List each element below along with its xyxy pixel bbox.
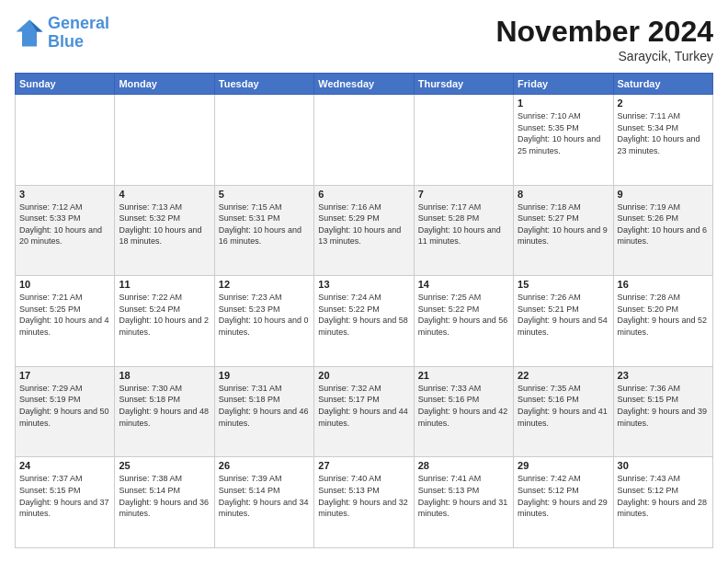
calendar-cell: 4Sunrise: 7:13 AM Sunset: 5:32 PM Daylig… xyxy=(115,185,214,276)
day-number: 3 xyxy=(19,189,110,200)
calendar-cell: 10Sunrise: 7:21 AM Sunset: 5:25 PM Dayli… xyxy=(16,276,115,367)
calendar-cell: 22Sunrise: 7:35 AM Sunset: 5:16 PM Dayli… xyxy=(514,366,613,457)
day-number: 30 xyxy=(618,460,709,471)
calendar-cell: 8Sunrise: 7:18 AM Sunset: 5:27 PM Daylig… xyxy=(514,185,613,276)
calendar-cell: 11Sunrise: 7:22 AM Sunset: 5:24 PM Dayli… xyxy=(115,276,214,367)
calendar-cell xyxy=(16,95,115,186)
day-info: Sunrise: 7:35 AM Sunset: 5:16 PM Dayligh… xyxy=(518,383,609,429)
logo-line1: General xyxy=(48,14,109,32)
header-row: SundayMondayTuesdayWednesdayThursdayFrid… xyxy=(16,74,713,95)
calendar-week: 17Sunrise: 7:29 AM Sunset: 5:19 PM Dayli… xyxy=(16,366,713,457)
calendar-cell: 16Sunrise: 7:28 AM Sunset: 5:20 PM Dayli… xyxy=(613,276,712,367)
day-info: Sunrise: 7:42 AM Sunset: 5:12 PM Dayligh… xyxy=(518,473,609,519)
calendar-cell: 18Sunrise: 7:30 AM Sunset: 5:18 PM Dayli… xyxy=(115,366,214,457)
day-info: Sunrise: 7:32 AM Sunset: 5:17 PM Dayligh… xyxy=(318,383,409,429)
logo-icon xyxy=(15,18,44,48)
logo: General Blue xyxy=(15,15,109,52)
day-number: 15 xyxy=(518,279,609,290)
calendar-cell: 28Sunrise: 7:41 AM Sunset: 5:13 PM Dayli… xyxy=(414,457,513,548)
day-info: Sunrise: 7:28 AM Sunset: 5:20 PM Dayligh… xyxy=(618,292,709,338)
day-number: 11 xyxy=(119,279,210,290)
day-info: Sunrise: 7:26 AM Sunset: 5:21 PM Dayligh… xyxy=(518,292,609,338)
calendar-body: 1Sunrise: 7:10 AM Sunset: 5:35 PM Daylig… xyxy=(16,95,713,548)
header: General Blue November 2024 Saraycik, Tur… xyxy=(15,15,713,63)
calendar-cell: 27Sunrise: 7:40 AM Sunset: 5:13 PM Dayli… xyxy=(314,457,414,548)
day-info: Sunrise: 7:39 AM Sunset: 5:14 PM Dayligh… xyxy=(219,473,310,519)
day-info: Sunrise: 7:11 AM Sunset: 5:34 PM Dayligh… xyxy=(618,110,709,156)
day-info: Sunrise: 7:40 AM Sunset: 5:13 PM Dayligh… xyxy=(318,473,409,519)
day-number: 1 xyxy=(518,98,609,109)
calendar-week: 1Sunrise: 7:10 AM Sunset: 5:35 PM Daylig… xyxy=(16,95,713,186)
day-number: 9 xyxy=(618,189,709,200)
calendar-cell: 30Sunrise: 7:43 AM Sunset: 5:12 PM Dayli… xyxy=(613,457,712,548)
page: General Blue November 2024 Saraycik, Tur… xyxy=(0,0,728,563)
day-number: 18 xyxy=(119,370,210,381)
day-info: Sunrise: 7:19 AM Sunset: 5:26 PM Dayligh… xyxy=(618,201,709,247)
day-number: 12 xyxy=(219,279,310,290)
calendar-cell: 17Sunrise: 7:29 AM Sunset: 5:19 PM Dayli… xyxy=(16,366,115,457)
day-number: 26 xyxy=(219,460,310,471)
header-day: Friday xyxy=(514,74,613,95)
calendar-cell: 2Sunrise: 7:11 AM Sunset: 5:34 PM Daylig… xyxy=(613,95,712,186)
day-info: Sunrise: 7:10 AM Sunset: 5:35 PM Dayligh… xyxy=(518,110,609,156)
day-info: Sunrise: 7:25 AM Sunset: 5:22 PM Dayligh… xyxy=(418,292,509,338)
calendar-cell: 26Sunrise: 7:39 AM Sunset: 5:14 PM Dayli… xyxy=(214,457,313,548)
day-info: Sunrise: 7:43 AM Sunset: 5:12 PM Dayligh… xyxy=(618,473,709,519)
day-info: Sunrise: 7:24 AM Sunset: 5:22 PM Dayligh… xyxy=(318,292,409,338)
day-info: Sunrise: 7:36 AM Sunset: 5:15 PM Dayligh… xyxy=(618,383,709,429)
day-number: 19 xyxy=(219,370,310,381)
day-number: 27 xyxy=(318,460,409,471)
calendar-cell xyxy=(214,95,313,186)
calendar-table: SundayMondayTuesdayWednesdayThursdayFrid… xyxy=(15,73,713,548)
month-title: November 2024 xyxy=(495,15,713,49)
day-number: 23 xyxy=(618,370,709,381)
svg-marker-1 xyxy=(17,19,43,46)
calendar-cell: 1Sunrise: 7:10 AM Sunset: 5:35 PM Daylig… xyxy=(514,95,613,186)
logo-line2: Blue xyxy=(48,32,84,51)
day-number: 14 xyxy=(418,279,509,290)
day-info: Sunrise: 7:38 AM Sunset: 5:14 PM Dayligh… xyxy=(119,473,210,519)
title-block: November 2024 Saraycik, Turkey xyxy=(495,15,713,63)
calendar-cell: 29Sunrise: 7:42 AM Sunset: 5:12 PM Dayli… xyxy=(514,457,613,548)
calendar-week: 24Sunrise: 7:37 AM Sunset: 5:15 PM Dayli… xyxy=(16,457,713,548)
day-info: Sunrise: 7:21 AM Sunset: 5:25 PM Dayligh… xyxy=(19,292,110,338)
calendar-cell: 14Sunrise: 7:25 AM Sunset: 5:22 PM Dayli… xyxy=(414,276,513,367)
calendar-cell: 20Sunrise: 7:32 AM Sunset: 5:17 PM Dayli… xyxy=(314,366,414,457)
calendar-cell: 19Sunrise: 7:31 AM Sunset: 5:18 PM Dayli… xyxy=(214,366,313,457)
day-info: Sunrise: 7:29 AM Sunset: 5:19 PM Dayligh… xyxy=(19,383,110,429)
day-info: Sunrise: 7:33 AM Sunset: 5:16 PM Dayligh… xyxy=(418,383,509,429)
header-day: Sunday xyxy=(16,74,115,95)
day-number: 21 xyxy=(418,370,509,381)
calendar-cell: 23Sunrise: 7:36 AM Sunset: 5:15 PM Dayli… xyxy=(613,366,712,457)
day-number: 8 xyxy=(518,189,609,200)
header-day: Saturday xyxy=(613,74,712,95)
calendar-cell: 15Sunrise: 7:26 AM Sunset: 5:21 PM Dayli… xyxy=(514,276,613,367)
calendar-header: SundayMondayTuesdayWednesdayThursdayFrid… xyxy=(16,74,713,95)
day-info: Sunrise: 7:41 AM Sunset: 5:13 PM Dayligh… xyxy=(418,473,509,519)
day-number: 16 xyxy=(618,279,709,290)
day-info: Sunrise: 7:22 AM Sunset: 5:24 PM Dayligh… xyxy=(119,292,210,338)
day-info: Sunrise: 7:13 AM Sunset: 5:32 PM Dayligh… xyxy=(119,201,210,247)
day-info: Sunrise: 7:23 AM Sunset: 5:23 PM Dayligh… xyxy=(219,292,310,338)
day-number: 2 xyxy=(618,98,709,109)
day-number: 17 xyxy=(19,370,110,381)
calendar-cell: 25Sunrise: 7:38 AM Sunset: 5:14 PM Dayli… xyxy=(115,457,214,548)
day-info: Sunrise: 7:30 AM Sunset: 5:18 PM Dayligh… xyxy=(119,383,210,429)
calendar-cell: 9Sunrise: 7:19 AM Sunset: 5:26 PM Daylig… xyxy=(613,185,712,276)
day-number: 13 xyxy=(318,279,409,290)
day-number: 6 xyxy=(318,189,409,200)
calendar-cell: 12Sunrise: 7:23 AM Sunset: 5:23 PM Dayli… xyxy=(214,276,313,367)
calendar-cell: 21Sunrise: 7:33 AM Sunset: 5:16 PM Dayli… xyxy=(414,366,513,457)
calendar-week: 3Sunrise: 7:12 AM Sunset: 5:33 PM Daylig… xyxy=(16,185,713,276)
day-number: 29 xyxy=(518,460,609,471)
day-info: Sunrise: 7:12 AM Sunset: 5:33 PM Dayligh… xyxy=(19,201,110,247)
header-day: Wednesday xyxy=(314,74,414,95)
day-number: 20 xyxy=(318,370,409,381)
calendar-cell: 24Sunrise: 7:37 AM Sunset: 5:15 PM Dayli… xyxy=(16,457,115,548)
header-day: Thursday xyxy=(414,74,513,95)
day-number: 5 xyxy=(219,189,310,200)
header-day: Monday xyxy=(115,74,214,95)
header-day: Tuesday xyxy=(214,74,313,95)
day-number: 28 xyxy=(418,460,509,471)
day-number: 4 xyxy=(119,189,210,200)
